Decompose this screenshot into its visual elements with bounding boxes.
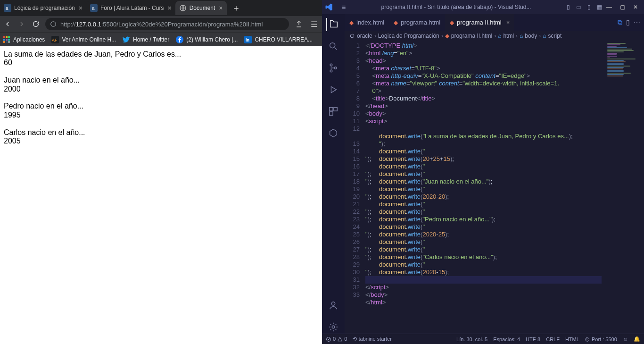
status-enc[interactable]: UTF-8 [526,336,540,342]
svg-rect-8 [6,36,8,38]
circle-icon [349,33,355,39]
close-icon[interactable]: × [506,19,510,26]
back-button[interactable] [3,19,12,29]
rendered-page: La suma de las edades de Juan, Pedro y C… [0,46,322,344]
minimize-button[interactable]: — [604,4,614,10]
debug-icon[interactable] [327,83,340,96]
af-icon: AF [51,36,59,43]
page-line: 2000 [4,85,318,93]
menu-button[interactable]: ☰ [309,20,319,29]
bookmark-label: CHERO VILLARREA... [255,36,313,43]
layout-icon[interactable]: ▯ [584,4,594,10]
tab-label: Foro | Alura Latam - Curs [100,5,164,11]
account-icon[interactable] [327,299,340,312]
reload-button[interactable] [31,19,41,29]
crumb[interactable]: programa II.html [451,33,492,39]
bookmarks-bar: Aplicaciones AFVer Anime Online H... Hom… [0,32,322,46]
split-icon[interactable]: ▯ [626,18,630,26]
status-lang[interactable]: HTML [565,336,579,342]
page-line [4,67,318,76]
layout-icon[interactable]: ▦ [594,4,604,10]
svg-rect-13 [3,41,5,43]
status-tabnine[interactable]: ⟲ tabnine starter [353,336,391,342]
menu-button[interactable]: ≡ [338,3,349,11]
browser-tabs: a Lógica de programación × a Foro | Alur… [0,0,322,16]
extensions-icon[interactable] [327,105,340,118]
editor-tabs: ◆index.html ◆programa.html ◆programa II.… [345,14,644,31]
browser-window: a Lógica de programación × a Foro | Alur… [0,0,322,344]
editor-main: ◆index.html ◆programa.html ◆programa II.… [345,14,644,334]
svg-rect-9 [8,36,10,38]
close-icon[interactable]: × [79,4,83,12]
share-button[interactable] [294,20,304,28]
crumb[interactable]: body [525,33,537,39]
editor-tab-programa2[interactable]: ◆programa II.html× [445,14,514,31]
close-icon[interactable]: × [167,4,171,12]
browser-tab-foro[interactable]: a Foro | Alura Latam - Curs × [86,1,175,15]
new-tab-button[interactable]: ＋ [230,1,243,15]
compare-icon[interactable]: ⧉ [618,18,622,26]
status-bell-icon[interactable]: 🔔 [634,336,640,342]
vscode-window: ≡ programa II.html - Sin título (área de… [322,0,644,344]
close-icon[interactable]: × [219,4,223,12]
explorer-icon[interactable] [326,18,339,31]
bookmark-linkedin[interactable]: inCHERO VILLARREA... [244,36,313,43]
svg-text:a: a [6,6,8,11]
search-icon[interactable] [327,40,340,53]
status-port[interactable]: ⛒ Port : 5500 [585,336,617,342]
bookmark-anime[interactable]: AFVer Anime Online H... [51,36,116,43]
html-file-icon: ◆ [450,19,454,26]
svg-rect-26 [334,108,337,111]
tab-label: Lógica de programación [14,5,75,11]
bookmark-label: (2) William Chero |... [186,36,238,43]
close-button[interactable]: ✕ [631,4,640,10]
crumb[interactable]: script [548,33,562,39]
svg-text:a: a [92,6,95,11]
status-spaces[interactable]: Espacios: 4 [493,336,520,342]
minimap[interactable] [602,41,644,334]
html-file-icon: ◆ [349,19,354,26]
crumb[interactable]: oracle [357,33,372,39]
status-eol[interactable]: CRLF [546,336,560,342]
crumb[interactable]: Logica de Programación [378,33,439,39]
url-path: :5500/Logica%20de%20Programación/program… [101,21,263,28]
bookmark-apps[interactable]: Aplicaciones [3,36,45,43]
browser-tab-logica[interactable]: a Lógica de programación × [0,1,86,15]
forward-button[interactable] [17,19,26,29]
page-line: Carlos nacio en el año... [4,128,318,137]
address-bar[interactable]: i http://127.0.0.1:5500/Logica%20de%20Pr… [45,18,289,30]
settings-icon[interactable] [327,320,340,334]
editor-tab-programa[interactable]: ◆programa.html [389,14,445,31]
svg-point-24 [334,67,337,69]
status-errors[interactable]: 0 0 [326,336,347,342]
bookmark-twitter[interactable]: Home / Twitter [123,36,169,43]
more-icon[interactable]: ⋯ [634,18,640,26]
page-line: 1995 [4,111,318,119]
vscode-body: ◆index.html ◆programa.html ◆programa II.… [322,14,644,334]
maximize-button[interactable]: ▢ [618,4,627,10]
line-gutter: 123456789101112 131415161718192021222324… [345,41,365,334]
layout-icon[interactable]: ▭ [574,4,583,10]
source-control-icon[interactable] [327,61,340,75]
tabnine-icon[interactable] [327,126,340,140]
breadcrumbs[interactable]: oracle› Logica de Programación› ◆ progra… [345,31,644,41]
tab-label: programa.html [401,19,440,26]
svg-point-22 [330,64,332,66]
code-area[interactable]: <!DOCTYPE html><html lang="en"><head> <m… [365,41,602,334]
svg-point-29 [332,326,335,328]
crumb[interactable]: html [503,33,514,39]
tab-label: programa II.html [457,19,502,26]
window-controls: — ▢ ✕ [604,4,644,10]
editor-tab-index[interactable]: ◆index.html [345,14,389,31]
address-bar-row: i http://127.0.0.1:5500/Logica%20de%20Pr… [0,16,322,32]
code-editor[interactable]: 123456789101112 131415161718192021222324… [345,41,644,334]
status-lncol[interactable]: Lín. 30, col. 5 [456,336,487,342]
layout-icon[interactable]: ▯ [563,4,573,10]
html-file-icon: ◆ [394,19,398,26]
page-line: Pedro nacio en el año... [4,102,318,110]
bookmark-fb[interactable]: (2) William Chero |... [176,36,238,43]
apps-icon [3,36,10,43]
browser-tab-document[interactable]: Document × [175,1,227,15]
status-feedback-icon[interactable]: ☺ [623,336,628,342]
bookmark-label: Ver Anime Online H... [62,36,116,43]
